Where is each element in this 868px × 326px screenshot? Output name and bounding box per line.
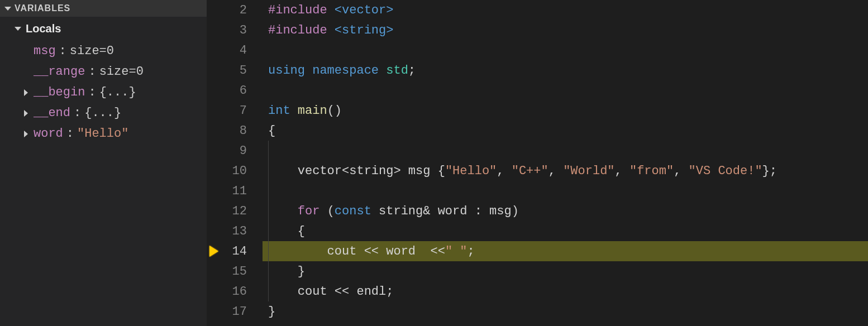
- variable-value: size=0: [70, 44, 114, 58]
- code-token: <string>: [335, 23, 394, 37]
- scope-locals-header[interactable]: Locals: [0, 17, 207, 41]
- line-number[interactable]: 3: [207, 20, 263, 40]
- variable-row[interactable]: __range: size=0: [0, 61, 207, 82]
- chevron-down-icon: [15, 27, 21, 31]
- code-line[interactable]: }: [263, 301, 868, 322]
- code-line[interactable]: [263, 181, 868, 201]
- code-token: ,: [497, 164, 511, 178]
- chevron-right-icon[interactable]: [22, 89, 30, 96]
- line-number[interactable]: 12: [207, 201, 263, 221]
- code-token: };: [762, 164, 777, 178]
- code-token: msg: [489, 204, 512, 218]
- indent-guide: [268, 141, 269, 161]
- code-line[interactable]: {: [263, 221, 868, 241]
- code-line[interactable]: #include <string>: [263, 20, 868, 40]
- code-line[interactable]: cout << word <<" ";: [263, 241, 868, 261]
- code-token: :: [475, 204, 489, 218]
- code-token: ,: [549, 164, 563, 178]
- code-token: for: [298, 204, 327, 218]
- variable-row[interactable]: msg: size=0: [0, 41, 207, 61]
- line-number[interactable]: 9: [207, 141, 263, 161]
- line-number[interactable]: 16: [207, 281, 263, 301]
- variable-row[interactable]: word: "Hello": [0, 123, 207, 144]
- code-line[interactable]: #include <vector>: [263, 0, 868, 20]
- code-line[interactable]: for (const string& word : msg): [263, 201, 868, 221]
- code-token: string: [349, 164, 393, 178]
- line-number[interactable]: 2: [207, 0, 263, 20]
- code-token: #include: [268, 23, 335, 37]
- code-token: std: [386, 64, 408, 78]
- scope-label: Locals: [26, 22, 61, 35]
- code-line[interactable]: [263, 40, 868, 60]
- code-line[interactable]: [263, 80, 868, 100]
- code-token: vector: [268, 164, 342, 178]
- code-line[interactable]: cout << endl;: [263, 281, 868, 301]
- code-line[interactable]: int main(): [263, 100, 868, 121]
- code-token: "C++": [512, 164, 549, 178]
- line-number[interactable]: 5: [207, 60, 263, 80]
- code-token: {: [298, 224, 305, 238]
- variable-name: msg: [34, 44, 56, 58]
- line-number[interactable]: 10: [207, 161, 263, 181]
- code-token: }: [298, 265, 305, 279]
- code-token: ,: [674, 164, 688, 178]
- code-token: ): [512, 204, 519, 218]
- line-number[interactable]: 8: [207, 121, 263, 141]
- line-gutter: 234567891011121314151617: [207, 0, 263, 326]
- code-token: "VS Code!": [689, 164, 762, 178]
- variable-name: word: [34, 127, 63, 141]
- variable-row[interactable]: __end: {...}: [0, 103, 207, 123]
- code-token: cout: [268, 285, 335, 299]
- line-number[interactable]: 4: [207, 40, 263, 60]
- variable-name: __begin: [34, 85, 85, 99]
- line-number[interactable]: 17: [207, 301, 263, 322]
- variable-value: "Hello": [77, 127, 128, 141]
- chevron-right-icon[interactable]: [22, 131, 30, 137]
- colon: :: [66, 127, 74, 141]
- debug-sidebar: VARIABLES Locals msg: size=0__range: siz…: [0, 0, 207, 326]
- code-token: [268, 224, 298, 238]
- code-area[interactable]: #include <vector>#include <string>using …: [263, 0, 868, 326]
- code-token: <<: [335, 285, 357, 299]
- chevron-down-icon: [4, 7, 11, 11]
- variable-value: {...}: [99, 85, 136, 99]
- line-number[interactable]: 6: [207, 80, 263, 100]
- code-line[interactable]: }: [263, 261, 868, 281]
- code-token: "World": [563, 164, 614, 178]
- code-token: main: [298, 104, 327, 118]
- code-token: >: [393, 164, 408, 178]
- variables-section-header[interactable]: VARIABLES: [0, 0, 207, 17]
- variable-row[interactable]: __begin: {...}: [0, 82, 207, 103]
- colon: :: [59, 44, 66, 58]
- code-token: ;: [386, 285, 393, 299]
- code-line[interactable]: using namespace std;: [263, 60, 868, 80]
- code-line[interactable]: {: [263, 121, 868, 141]
- code-token: &: [423, 204, 437, 218]
- code-line[interactable]: [263, 141, 868, 161]
- code-token: endl: [356, 285, 386, 299]
- code-token: using: [268, 64, 312, 78]
- code-token: "Hello": [445, 164, 497, 178]
- code-token: ;: [408, 64, 416, 78]
- code-token: [268, 204, 298, 218]
- colon: :: [88, 85, 96, 99]
- code-token: " ": [445, 244, 468, 258]
- code-line[interactable]: vector<string> msg {"Hello", "C++", "Wor…: [263, 161, 868, 181]
- code-token: cout: [268, 244, 364, 258]
- line-number[interactable]: 7: [207, 100, 263, 121]
- line-number[interactable]: 11: [207, 181, 263, 201]
- code-token: <<: [430, 244, 445, 258]
- code-editor[interactable]: 234567891011121314151617 #include <vecto…: [207, 0, 868, 326]
- line-number[interactable]: 15: [207, 261, 263, 281]
- code-token: ,: [615, 164, 629, 178]
- variable-value: size=0: [99, 65, 144, 79]
- code-token: const: [335, 204, 379, 218]
- code-token: (): [327, 104, 342, 118]
- colon: :: [88, 65, 96, 79]
- indent-guide: [268, 181, 269, 201]
- code-token: "from": [629, 164, 674, 178]
- code-token: word: [386, 244, 430, 258]
- variable-name: __end: [34, 106, 70, 120]
- line-number[interactable]: 13: [207, 221, 263, 241]
- chevron-right-icon[interactable]: [22, 110, 30, 117]
